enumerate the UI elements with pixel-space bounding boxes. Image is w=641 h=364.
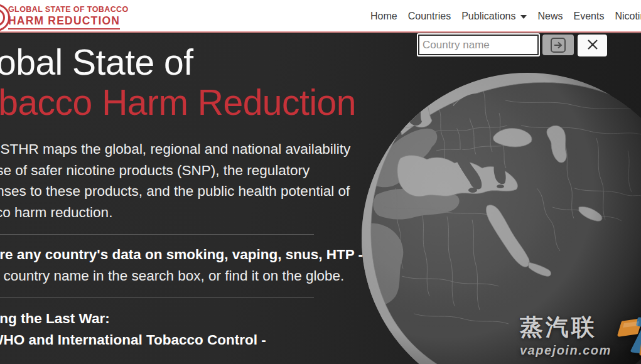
search-close-button[interactable]: [578, 35, 607, 56]
vapejoin-watermark: 蒸汽联 vapejoin.com: [520, 315, 641, 359]
nav-item-news[interactable]: News: [537, 11, 563, 22]
nav-item-nicotine[interactable]: Nicotine: [615, 11, 641, 22]
watermark-text: 蒸汽联 vapejoin.com: [520, 315, 611, 358]
search-hint-paragraph: Explore any country's data on smoking, v…: [0, 244, 322, 286]
logo-text: GLOBAL STATE OF TOBACCO HARM REDUCTION: [8, 6, 129, 29]
intro-line: The GSTHR maps the global, regional and …: [0, 139, 322, 160]
site-header: GLOBAL STATE OF TOBACCO HARM REDUCTION H…: [0, 0, 641, 33]
hint-line-bold: Explore any country's data on smoking, v…: [0, 244, 322, 265]
arrow-right-icon: [551, 38, 566, 53]
nav-item-home[interactable]: Home: [370, 11, 397, 22]
chevron-down-icon: [520, 15, 527, 19]
divider: [0, 234, 314, 235]
report-line-1: Fighting the Last War:: [0, 308, 322, 329]
search-submit-button[interactable]: [542, 35, 574, 55]
country-search-bar: [418, 35, 607, 56]
hero-content: Global State of Tobacco Harm Reduction T…: [0, 34, 322, 350]
main-nav: Home Countries Publications News Events …: [370, 0, 641, 33]
hero-section: Global State of Tobacco Harm Reduction T…: [0, 34, 641, 364]
watermark-cjk: 蒸汽联: [520, 315, 611, 341]
close-icon: [586, 38, 599, 53]
intro-line: tobacco harm reduction.: [0, 202, 322, 223]
divider: [0, 297, 314, 298]
watermark-domain: vapejoin.com: [520, 343, 611, 358]
vapejoin-logo-icon: [617, 316, 641, 359]
logo-line1: GLOBAL STATE OF TOBACCO: [8, 6, 129, 14]
hint-line-regular: type a country name in the search box, o…: [0, 265, 322, 287]
nav-item-events[interactable]: Events: [573, 11, 604, 22]
site-logo[interactable]: GLOBAL STATE OF TOBACCO HARM REDUCTION: [8, 3, 129, 29]
intro-line: responses to these products, and the pub…: [0, 181, 322, 202]
nav-item-countries[interactable]: Countries: [408, 11, 451, 22]
report-paragraph: Fighting the Last War: The WHO and Inter…: [0, 308, 322, 350]
title-line-2: Tobacco Harm Reduction: [0, 82, 322, 122]
title-line-1: Global State of: [0, 42, 322, 82]
intro-line: and use of safer nicotine products (SNP)…: [0, 160, 322, 181]
page-title: Global State of Tobacco Harm Reduction: [0, 34, 322, 122]
country-search-input[interactable]: [418, 35, 539, 55]
gsthr-homepage: GLOBAL STATE OF TOBACCO HARM REDUCTION H…: [0, 0, 641, 364]
nav-item-publications[interactable]: Publications: [461, 11, 527, 22]
report-line-2: The WHO and International Tobacco Contro…: [0, 329, 322, 351]
intro-paragraph: The GSTHR maps the global, regional and …: [0, 139, 322, 223]
logo-line2: HARM REDUCTION: [8, 16, 120, 30]
